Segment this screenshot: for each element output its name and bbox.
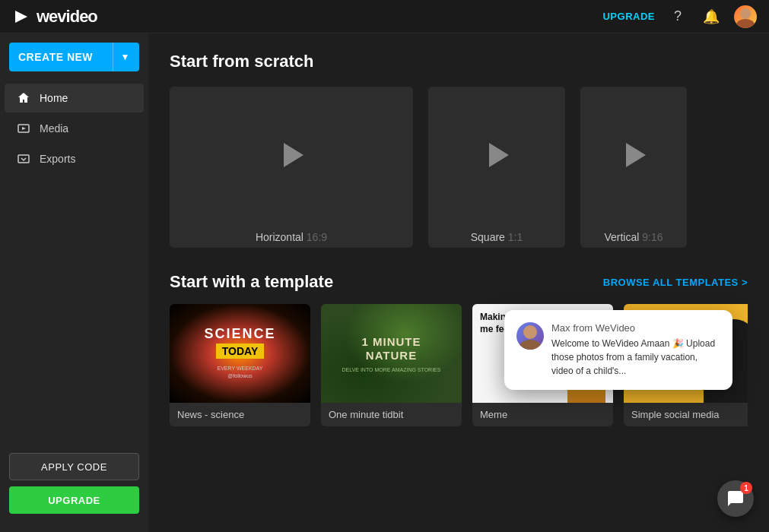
chat-message-text: Welcome to WeVideo Amaan 🎉 Upload those …	[551, 337, 720, 378]
svg-point-7	[520, 340, 541, 350]
svg-point-6	[523, 325, 537, 339]
logo-area: wevideo	[12, 7, 97, 27]
chat-agent-avatar	[516, 322, 544, 350]
play-icon-square	[489, 143, 509, 167]
templates-section-title: Start with a template	[170, 272, 333, 292]
square-label: Square 1:1	[428, 223, 565, 248]
apply-code-button[interactable]: APPLY CODE	[9, 453, 139, 480]
news-science-bg: SCIENCE TODAY EVERY WEEKDAY @followus	[170, 304, 310, 403]
sidebar-item-media-label: Media	[40, 122, 68, 135]
vertical-thumb	[580, 87, 687, 223]
square-thumb	[428, 87, 565, 223]
template-card-news-science[interactable]: SCIENCE TODAY EVERY WEEKDAY @followus Ne…	[170, 304, 310, 426]
play-icon-vertical	[626, 143, 646, 167]
browse-all-templates-link[interactable]: BROWSE ALL TEMPLATES >	[603, 277, 748, 288]
exports-icon	[17, 152, 30, 166]
social-label: Simple social media	[624, 403, 748, 426]
top-navigation: wevideo UPGRADE ? 🔔	[0, 0, 769, 33]
news-science-thumb: SCIENCE TODAY EVERY WEEKDAY @followus	[170, 304, 310, 403]
help-button[interactable]: ?	[667, 6, 688, 27]
horizontal-label: Horizontal 16:9	[170, 223, 413, 248]
sidebar-item-media[interactable]: Media	[5, 114, 144, 143]
create-new-label: CREATE NEW	[18, 51, 93, 63]
templates-section: Start with a template BROWSE ALL TEMPLAT…	[170, 272, 748, 426]
scratch-card-vertical[interactable]: Vertical 9:16	[580, 87, 687, 248]
main-layout: CREATE NEW ▼ Home Media	[0, 33, 769, 532]
scratch-cards-list: Horizontal 16:9 Square 1:1	[170, 87, 748, 248]
chat-agent-name: Max from WeVideo	[551, 322, 720, 334]
media-icon	[17, 122, 30, 135]
sci-today-box: TODAY	[216, 344, 264, 359]
topnav-right-area: UPGRADE ? 🔔	[602, 5, 757, 28]
svg-rect-5	[18, 155, 29, 163]
sidebar-item-exports[interactable]: Exports	[5, 144, 144, 173]
sidebar-item-home-label: Home	[40, 92, 68, 104]
news-science-label: News - science	[170, 403, 310, 426]
sci-sub: EVERY WEEKDAY @followus	[218, 365, 263, 380]
chat-notification-badge: 1	[740, 482, 752, 494]
scratch-card-horizontal[interactable]: Horizontal 16:9	[170, 87, 413, 248]
logo-text: wevideo	[37, 7, 97, 27]
main-content: Start from scratch Horizontal 16:9 Squar…	[148, 33, 769, 532]
templates-header: Start with a template BROWSE ALL TEMPLAT…	[170, 272, 748, 292]
chat-popup: Max from WeVideo Welcome to WeVideo Amaa…	[504, 310, 732, 390]
svg-point-2	[736, 19, 755, 28]
svg-point-1	[740, 8, 751, 19]
create-new-arrow-icon: ▼	[113, 43, 130, 71]
play-icon-horizontal	[284, 143, 303, 167]
wevideo-logo-icon	[12, 8, 30, 26]
upgrade-sidebar-button[interactable]: UPGRADE	[9, 486, 139, 514]
chat-content: Max from WeVideo Welcome to WeVideo Amaa…	[551, 322, 720, 378]
upgrade-top-button[interactable]: UPGRADE	[602, 11, 655, 22]
scratch-section-title: Start from scratch	[170, 52, 748, 71]
svg-marker-4	[22, 127, 26, 130]
nature-sub: DELVE INTO MORE AMAZING STORIES	[342, 367, 441, 372]
sidebar-item-home[interactable]: Home	[5, 84, 144, 112]
template-card-nature[interactable]: 1 MINUTE NATURE DELVE INTO MORE AMAZING …	[321, 304, 462, 426]
sidebar-item-exports-label: Exports	[40, 153, 75, 165]
nav-items-list: Home Media Exports	[0, 84, 148, 444]
scratch-card-square[interactable]: Square 1:1	[428, 87, 565, 248]
notifications-button[interactable]: 🔔	[701, 6, 722, 27]
nature-bg: 1 MINUTE NATURE DELVE INTO MORE AMAZING …	[321, 304, 462, 403]
horizontal-thumb	[170, 87, 413, 223]
nature-thumb: 1 MINUTE NATURE DELVE INTO MORE AMAZING …	[321, 304, 462, 403]
sidebar: CREATE NEW ▼ Home Media	[0, 33, 148, 532]
nature-label: One minute tidbit	[321, 403, 462, 426]
create-new-button[interactable]: CREATE NEW ▼	[9, 43, 139, 71]
meme-label: Meme	[472, 403, 613, 426]
vertical-label: Vertical 9:16	[580, 223, 687, 248]
chat-open-button[interactable]: 1	[717, 480, 754, 517]
svg-marker-0	[15, 11, 27, 23]
nature-title: 1 MINUTE NATURE	[361, 335, 421, 363]
sci-title: SCIENCE	[204, 327, 275, 342]
sidebar-bottom: APPLY CODE UPGRADE	[0, 444, 148, 523]
home-icon	[17, 91, 30, 105]
user-avatar[interactable]	[734, 5, 757, 28]
